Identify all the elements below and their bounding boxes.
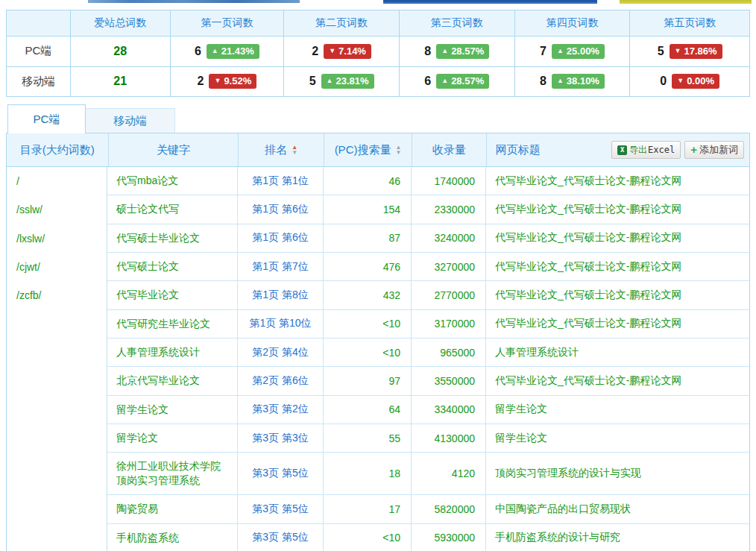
search-volume-cell: 432 bbox=[324, 281, 412, 309]
sort-volume-icon[interactable]: ▲▼ bbox=[395, 145, 401, 155]
search-volume-cell: <10 bbox=[324, 524, 412, 551]
rank-cell: 第1页 第1位 bbox=[238, 167, 324, 195]
down-arrow-icon: ▼ bbox=[329, 45, 336, 57]
page-title-cell: 手机防盗系统的设计与研究 bbox=[486, 524, 749, 551]
change-percent: 28.57% bbox=[451, 45, 484, 57]
sort-desc-icon: ▼ bbox=[395, 150, 401, 155]
excel-icon bbox=[617, 145, 627, 155]
up-arrow-icon: ▲ bbox=[327, 75, 333, 86]
index-count-cell: 3170000 bbox=[412, 310, 486, 338]
page-title-cell: 留学生论文 bbox=[486, 396, 749, 424]
top-banner-strip-blue-1 bbox=[88, 0, 300, 3]
index-count-cell: 965000 bbox=[412, 339, 486, 366]
page-word-count: 5 bbox=[658, 45, 664, 58]
rank-cell: 第3页 第2位 bbox=[238, 396, 324, 424]
up-arrow-icon: ▲ bbox=[557, 75, 564, 86]
header-search-volume: (PC)搜索量 ▲▼ bbox=[324, 133, 412, 166]
rank-link[interactable]: 第2页 第4位 bbox=[252, 346, 308, 359]
keyword-cell: 代写硕士论文 bbox=[107, 253, 238, 280]
rank-cell: 第3页 第5位 bbox=[238, 453, 324, 494]
rank-link[interactable]: 第3页 第5位 bbox=[252, 467, 308, 480]
table-row: 代写硕士论文第1页 第7位4763270000代写毕业论文_代写硕士论文-鹏程论… bbox=[107, 253, 749, 281]
up-arrow-icon: ▲ bbox=[212, 45, 218, 57]
rank-link[interactable]: 第3页 第5位 bbox=[252, 531, 308, 544]
rank-cell: 第3页 第5位 bbox=[238, 524, 324, 551]
keyword-cell: 陶瓷贸易 bbox=[107, 495, 238, 523]
add-button-label: 添加新词 bbox=[699, 143, 738, 157]
rank-link[interactable]: 第2页 第6位 bbox=[252, 374, 308, 388]
keyword-table: 目录(大约词数) 关键字 排名 ▲▼ (PC)搜索量 ▲▼ 收录量 网页标题 导… bbox=[6, 133, 750, 551]
search-volume-cell: 87 bbox=[324, 224, 412, 252]
export-excel-button[interactable]: 导出 Excel bbox=[611, 141, 681, 159]
page-word-count: 2 bbox=[312, 45, 318, 58]
change-percent: 0.00% bbox=[687, 75, 714, 86]
summary-row: PC端286▲21.43%2▼7.14%8▲28.57%7▲25.00%5▼17… bbox=[7, 36, 749, 66]
change-badge: ▲38.10% bbox=[552, 74, 605, 89]
up-arrow-icon: ▲ bbox=[441, 75, 448, 86]
rank-cell: 第2页 第4位 bbox=[238, 339, 324, 366]
directory-item: /sslw/ bbox=[16, 195, 107, 224]
sort-rank-icon[interactable]: ▲▼ bbox=[292, 145, 297, 155]
search-volume-cell: 476 bbox=[324, 253, 412, 280]
rank-cell: 第1页 第6位 bbox=[238, 224, 324, 252]
rank-link[interactable]: 第3页 第3位 bbox=[252, 432, 308, 445]
rank-link[interactable]: 第1页 第10位 bbox=[249, 317, 311, 330]
change-badge: ▲28.57% bbox=[436, 44, 489, 59]
summary-row-label: PC端 bbox=[25, 44, 51, 58]
add-keyword-button[interactable]: + 添加新词 bbox=[684, 141, 744, 159]
summary-change-cell: 5▼17.86% bbox=[629, 37, 749, 66]
page-title-cell: 代写毕业论文_代写硕士论文-鹏程论文网 bbox=[486, 167, 749, 195]
rank-cell: 第3页 第3位 bbox=[238, 424, 324, 452]
table-row: 留学论文第3页 第3位554130000留学生论文 bbox=[107, 424, 749, 453]
summary-change-cell: 5▲23.81% bbox=[283, 67, 399, 97]
change-badge: ▲21.43% bbox=[207, 44, 259, 59]
header-index-count-label: 收录量 bbox=[432, 143, 466, 157]
rank-link[interactable]: 第1页 第6位 bbox=[252, 231, 308, 245]
tab-mobile[interactable]: 移动端 bbox=[85, 108, 175, 133]
rank-link[interactable]: 第1页 第7位 bbox=[252, 260, 308, 274]
page-word-count: 6 bbox=[424, 75, 431, 88]
keyword-cell: 留学论文 bbox=[107, 424, 238, 452]
rank-cell: 第2页 第6位 bbox=[238, 367, 324, 394]
summary-row: 移动端212▼9.52%5▲23.81%6▲28.57%8▲38.10%0▼0.… bbox=[7, 66, 749, 97]
down-arrow-icon: ▼ bbox=[677, 75, 684, 86]
header-rank: 排名 ▲▼ bbox=[239, 133, 324, 166]
change-percent: 28.57% bbox=[451, 75, 484, 86]
change-percent: 9.52% bbox=[224, 75, 251, 86]
header-search-volume-label: (PC)搜索量 bbox=[335, 143, 391, 157]
page-title-cell: 代写毕业论文_代写硕士论文-鹏程论文网 bbox=[486, 253, 749, 280]
rank-link[interactable]: 第3页 第5位 bbox=[252, 503, 308, 516]
page-title-cell: 留学生论文 bbox=[486, 424, 749, 452]
top-banner-strip-yellow bbox=[620, 0, 752, 4]
rank-link[interactable]: 第3页 第2位 bbox=[252, 403, 308, 416]
page-word-count: 0 bbox=[660, 75, 667, 88]
index-count-cell: 3550000 bbox=[412, 367, 486, 394]
index-count-cell: 3270000 bbox=[412, 253, 486, 280]
rank-link[interactable]: 第1页 第1位 bbox=[252, 174, 308, 188]
down-arrow-icon: ▼ bbox=[214, 75, 221, 86]
table-row: 徐州工业职业技术学院顶岗实习管理系统第3页 第5位184120顶岗实习管理系统的… bbox=[107, 453, 749, 495]
rank-link[interactable]: 第1页 第8位 bbox=[252, 289, 308, 302]
summary-change-cell: 7▲25.00% bbox=[514, 37, 630, 66]
rank-link[interactable]: 第1页 第6位 bbox=[252, 203, 308, 216]
summary-header-row: 爱站总词数第一页词数第二页词数第三页词数第四页词数第五页词数 bbox=[7, 10, 749, 36]
header-keyword: 关键字 bbox=[109, 133, 239, 166]
keyword-cell: 代写毕业论文 bbox=[107, 281, 238, 309]
tab-pc[interactable]: PC端 bbox=[7, 104, 86, 133]
keyword-cell: 硕士论文代写 bbox=[107, 195, 238, 223]
keyword-cell: 代写mba论文 bbox=[107, 167, 238, 195]
summary-header-cell: 第二页词数 bbox=[283, 10, 399, 36]
page-word-count: 8 bbox=[424, 45, 431, 58]
index-count-cell: 2330000 bbox=[412, 195, 486, 223]
change-percent: 25.00% bbox=[567, 45, 599, 57]
summary-change-cell: 6▲21.43% bbox=[170, 37, 284, 66]
summary-header-cell: 第四页词数 bbox=[514, 10, 630, 36]
rank-cell: 第3页 第5位 bbox=[238, 495, 324, 523]
page-title-cell: 代写毕业论文_代写硕士论文-鹏程论文网 bbox=[486, 224, 749, 252]
top-banner-strip-blue-2 bbox=[383, 0, 597, 4]
plus-icon: + bbox=[690, 145, 697, 154]
table-row: 代写研究生毕业论文第1页 第10位<103170000代写毕业论文_代写硕士论文… bbox=[107, 310, 749, 339]
rank-cell: 第1页 第7位 bbox=[238, 253, 324, 280]
total-word-count: 21 bbox=[113, 75, 127, 88]
directory-item: /zcfb/ bbox=[16, 281, 107, 309]
